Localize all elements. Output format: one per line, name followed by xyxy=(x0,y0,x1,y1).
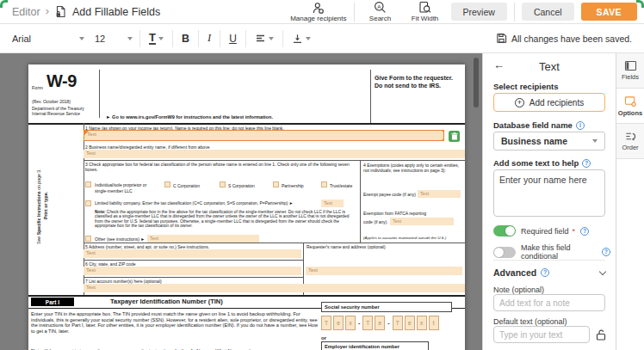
text-field[interactable]: Text xyxy=(84,284,465,292)
line4-label: 4 Exemptions (codes apply only to certai… xyxy=(363,163,462,173)
fatca-label-1: Exemption from FATCA reporting xyxy=(363,211,426,216)
add-recipients-button[interactable]: + Add recipients xyxy=(493,93,605,112)
text-field[interactable]: Text xyxy=(418,190,461,198)
resize-handle[interactable] xyxy=(442,130,444,132)
form-checkbox[interactable] xyxy=(273,181,279,187)
fit-width-icon xyxy=(418,1,431,14)
chevron-right-icon: › xyxy=(46,4,49,17)
underline-button[interactable]: U xyxy=(222,28,244,49)
delete-field-button[interactable] xyxy=(449,131,460,142)
text-field[interactable]: Text xyxy=(84,267,301,275)
breadcrumb: Editor › Add Fillable Fields xyxy=(0,5,160,18)
text-field[interactable]: Text xyxy=(390,218,454,225)
form-checkbox[interactable] xyxy=(220,181,226,187)
note-input[interactable] xyxy=(493,294,605,311)
question-icon[interactable]: ? xyxy=(541,268,549,277)
divider xyxy=(360,160,361,243)
unlock-icon[interactable] xyxy=(595,329,607,341)
text-color-button[interactable]: T xyxy=(142,28,170,49)
chevron-down-icon xyxy=(592,139,598,143)
font-size-select[interactable]: 12 xyxy=(90,34,138,44)
question-icon[interactable]: ? xyxy=(582,159,591,168)
tab-order[interactable]: Order xyxy=(616,124,644,159)
cb-llc-label: Limited liability company. Enter the tax… xyxy=(95,201,320,206)
fit-width-button[interactable]: Fit Width xyxy=(406,1,444,22)
breadcrumb-editor-link[interactable]: Editor xyxy=(12,6,40,18)
cb-trust-label: Trust/estate xyxy=(330,183,352,188)
form-checkbox[interactable] xyxy=(85,236,91,242)
text-field[interactable]: Text xyxy=(306,267,462,275)
print-or-type-note: Print or type. xyxy=(43,192,48,219)
divider xyxy=(84,243,465,243)
resize-handle[interactable] xyxy=(442,138,444,141)
line3-label: 3 Check appropriate box for federal tax … xyxy=(85,163,357,173)
text-field[interactable]: Text xyxy=(321,200,344,207)
divider xyxy=(282,30,283,47)
database-field-select[interactable]: Business name xyxy=(493,132,605,150)
font-family-select[interactable]: Arial xyxy=(7,34,90,44)
toggle-knob xyxy=(505,226,515,236)
underline-icon: U xyxy=(229,33,237,45)
search-button[interactable]: A Search xyxy=(362,1,399,22)
divider xyxy=(354,3,355,21)
tab-options[interactable]: Options xyxy=(616,89,644,124)
text-field[interactable]: Text xyxy=(84,150,465,158)
help-text-input[interactable]: Enter your name here xyxy=(493,169,605,217)
vertical-align-bottom-icon xyxy=(292,33,303,44)
cb-other-label: Other (see instructions) ► xyxy=(95,236,145,242)
text-field[interactable]: Text xyxy=(147,235,259,243)
divider xyxy=(172,30,173,47)
conditional-toggle[interactable] xyxy=(493,247,516,258)
font-size-value: 12 xyxy=(95,34,105,44)
part1-paragraph: Enter your TIN in the appropriate box. T… xyxy=(31,311,319,334)
required-asterisk: * xyxy=(573,227,576,236)
chevron-down-icon xyxy=(599,267,606,274)
requester-label: Requester's name and address (optional) xyxy=(307,244,461,249)
tab-fields-label: Fields xyxy=(622,73,639,81)
or-label: or xyxy=(321,335,326,341)
manage-recipients-label: Manage recipients xyxy=(290,15,346,22)
text-field[interactable]: Text xyxy=(84,249,301,258)
divider xyxy=(84,160,465,161)
italic-button[interactable]: I xyxy=(201,28,218,49)
advanced-section-toggle[interactable]: Advanced ? xyxy=(493,260,605,278)
text-align-button[interactable] xyxy=(248,28,281,49)
manage-recipients-button[interactable]: Manage recipients xyxy=(290,2,346,22)
divider xyxy=(84,277,303,278)
divider xyxy=(220,30,220,47)
divider xyxy=(84,260,303,261)
options-gear-icon xyxy=(624,95,637,107)
chevron-down-icon xyxy=(79,37,84,40)
required-label: Required field xyxy=(521,227,569,236)
form-checkbox[interactable] xyxy=(85,181,91,187)
save-status: All changes have been saved. xyxy=(496,33,637,44)
note-label: Note (optional) xyxy=(493,286,605,294)
fillable-document-icon xyxy=(54,5,67,18)
required-toggle[interactable] xyxy=(493,225,516,236)
save-button[interactable]: SAVE xyxy=(581,3,637,21)
search-label: Search xyxy=(369,15,391,22)
preview-button[interactable]: Preview xyxy=(451,3,507,21)
add-recipients-label: Add recipients xyxy=(529,98,584,107)
cancel-button[interactable]: Cancel xyxy=(522,3,574,21)
database-field-value: Business name xyxy=(501,136,567,146)
document-scrollbar[interactable] xyxy=(474,58,479,107)
bold-icon: B xyxy=(182,33,189,45)
form-checkbox[interactable] xyxy=(164,181,170,187)
form-checkbox[interactable] xyxy=(85,200,91,206)
form-checkbox[interactable] xyxy=(321,181,327,187)
bold-button[interactable]: B xyxy=(175,28,196,49)
info-icon[interactable]: i xyxy=(576,121,585,130)
text-field-selected[interactable]: Text xyxy=(84,130,444,141)
ssn-comb-field[interactable]: Tex - Te - Text xyxy=(321,316,439,330)
tab-options-label: Options xyxy=(618,109,642,117)
advanced-label: Advanced xyxy=(493,267,536,278)
document-canvas: Form W-9 (Rev. October 2018) Department … xyxy=(0,53,482,350)
vertical-align-button[interactable] xyxy=(285,28,318,49)
question-icon[interactable]: ? xyxy=(602,248,610,256)
specific-instructions-note: See Specific Instructions on page 3. xyxy=(36,169,41,244)
tab-fields[interactable]: Fields xyxy=(616,53,644,89)
panel-tabs: Fields Options Order xyxy=(616,53,644,350)
default-text-input[interactable] xyxy=(493,326,590,343)
question-icon[interactable]: ? xyxy=(580,227,589,236)
